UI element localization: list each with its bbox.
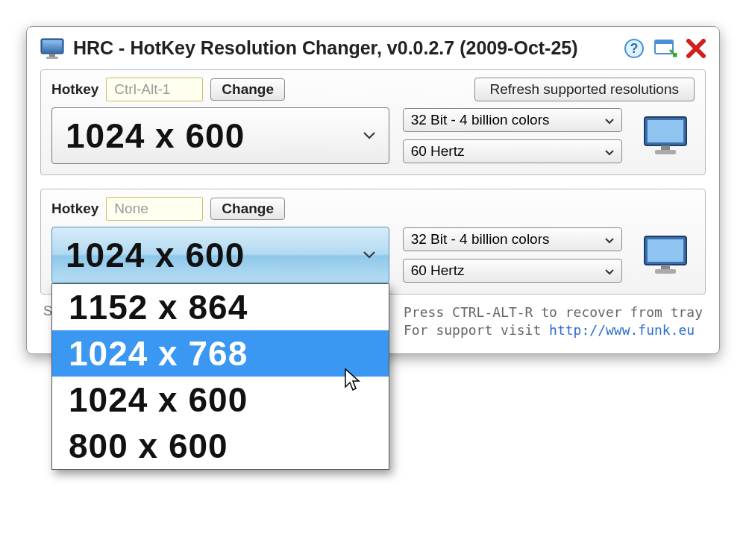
resolution-combo[interactable]: 1024 x 600: [51, 227, 389, 283]
resolution-value: 1024 x 600: [66, 235, 245, 275]
title-bar: HRC - HotKey Resolution Changer, v0.0.2.…: [40, 37, 706, 59]
refresh-rate-combo[interactable]: 60 Hertz: [403, 259, 623, 283]
resolution-option[interactable]: 1152 x 864: [52, 284, 389, 330]
change-hotkey-button[interactable]: Change: [210, 78, 285, 101]
resolution-dropdown[interactable]: 1152 x 8641024 x 7681024 x 600800 x 600: [51, 283, 389, 380]
chevron-down-icon: [605, 143, 614, 160]
refresh-rate-value: 60 Hertz: [411, 143, 465, 160]
chevron-down-icon: [605, 231, 614, 248]
refresh-resolutions-button[interactable]: Refresh supported resolutions: [474, 78, 695, 101]
resolution-combo[interactable]: 1024 x 600: [51, 107, 389, 164]
svg-rect-3: [46, 57, 58, 59]
window-title: HRC - HotKey Resolution Changer, v0.0.2.…: [73, 37, 615, 59]
svg-rect-2: [49, 54, 55, 57]
app-monitor-icon: [40, 38, 64, 59]
support-hint: For support visit: [404, 322, 549, 338]
color-depth-combo[interactable]: 32 Bit - 4 billion colors: [403, 227, 623, 251]
svg-rect-13: [648, 239, 683, 262]
cursor-icon: [344, 368, 363, 380]
monitor-icon[interactable]: [642, 233, 689, 277]
svg-rect-9: [648, 120, 683, 142]
color-depth-value: 32 Bit - 4 billion colors: [411, 231, 550, 248]
color-depth-value: 32 Bit - 4 billion colors: [411, 112, 550, 128]
chevron-down-icon: [363, 249, 375, 261]
chevron-down-icon: [605, 262, 614, 279]
refresh-rate-value: 60 Hertz: [411, 262, 465, 279]
resolution-option[interactable]: 1024 x 768: [52, 330, 389, 377]
monitor-icon[interactable]: [642, 114, 689, 158]
recover-hint: Press CTRL-ALT-R to recover from tray: [404, 303, 703, 321]
svg-rect-15: [655, 269, 676, 274]
hotkey-label: Hotkey: [51, 81, 98, 98]
minimize-to-tray-icon[interactable]: [653, 38, 677, 59]
chevron-down-icon: [363, 130, 375, 142]
resolution-slot-1: Refresh supported resolutions Hotkey Ctr…: [40, 69, 706, 175]
help-icon[interactable]: ?: [624, 38, 645, 59]
change-hotkey-button[interactable]: Change: [210, 198, 285, 220]
close-icon[interactable]: [686, 39, 706, 58]
chevron-down-icon: [605, 112, 614, 128]
support-link[interactable]: http://www.funk.eu: [549, 322, 695, 338]
svg-text:?: ?: [630, 41, 639, 56]
svg-rect-1: [43, 40, 62, 52]
resolution-slot-2: Hotkey None Change 1024 x 600 32 Bit - 4…: [40, 189, 706, 295]
resolution-value: 1024 x 600: [66, 116, 245, 156]
svg-rect-11: [655, 150, 676, 154]
hotkey-field[interactable]: None: [106, 197, 203, 221]
svg-rect-14: [661, 265, 670, 269]
svg-rect-7: [655, 40, 673, 44]
color-depth-combo[interactable]: 32 Bit - 4 billion colors: [403, 108, 623, 132]
resolution-option[interactable]: 1024 x 600: [52, 377, 389, 380]
refresh-rate-combo[interactable]: 60 Hertz: [403, 139, 623, 163]
hotkey-label: Hotkey: [51, 201, 98, 217]
svg-rect-10: [661, 145, 670, 150]
hotkey-field[interactable]: Ctrl-Alt-1: [106, 78, 203, 101]
